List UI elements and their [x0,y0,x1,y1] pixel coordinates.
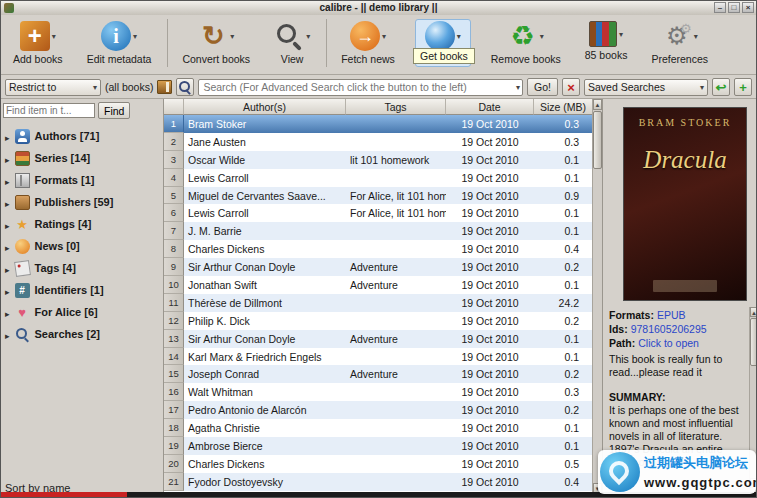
cell-tags [346,222,446,240]
column-header[interactable]: Size (MB) [534,99,593,115]
column-header[interactable]: Author(s) [184,99,346,115]
saved-searches-dropdown[interactable]: Saved Searches [584,79,708,96]
table-row[interactable]: 15 Joseph Conrad Adventure 19 Oct 2010 0… [164,365,593,383]
expand-arrow-icon[interactable] [5,237,10,255]
toolbar-button[interactable]: Remove books [487,19,565,67]
table-row[interactable]: 11 Thérèse de Dillmont 19 Oct 2010 24.2 [164,294,593,312]
toolbar-button[interactable]: 85 books [581,19,632,63]
sidebar-category[interactable]: For Alice [6] [1,301,161,323]
go-button[interactable]: Go! [527,78,558,96]
minimize-button[interactable]: – [714,2,726,13]
path-link[interactable]: Click to open [638,337,699,350]
sidebar-category[interactable]: Searches [2] [1,323,161,345]
table-row[interactable]: 5 Miguel de Cervantes Saave... For Alice… [164,187,593,205]
sidebar-category[interactable]: Ratings [4] [1,213,161,235]
expand-arrow-icon[interactable] [5,215,10,233]
chevron-down-icon[interactable] [540,32,544,41]
row-number: 21 [164,473,184,491]
category-icon [15,129,30,144]
scroll-up-icon[interactable]: ▲ [750,307,757,317]
table-row[interactable]: 19 Ambrose Bierce 19 Oct 2010 0.1 [164,437,593,455]
cell-tags [346,312,446,330]
cell-size: 0.1 [534,222,593,240]
table-row[interactable]: 21 Fyodor Dostoyevsky 19 Oct 2010 0.4 [164,473,593,491]
table-row[interactable]: 12 Philip K. Dick 19 Oct 2010 0.2 [164,312,593,330]
cover-title-text: Dracula [643,146,726,174]
save-search-button[interactable]: + [734,78,752,96]
sidebar-category[interactable]: Publishers [59] [1,191,161,213]
copy-search-button[interactable]: ↩ [712,78,730,96]
sidebar-category[interactable]: Tags [4] [1,257,161,279]
table-row[interactable]: 14 Karl Marx & Friedrich Engels 19 Oct 2… [164,348,593,366]
chevron-down-icon[interactable] [52,32,56,41]
find-button[interactable]: Find [98,102,130,119]
cell-size: 0.5 [534,455,593,473]
scrollbar-thumb[interactable] [593,111,602,169]
chevron-down-icon[interactable] [516,83,520,92]
toolbar-button[interactable]: Convert books [167,19,254,67]
cell-author: Lewis Carroll [184,169,346,187]
expand-arrow-icon[interactable] [5,325,10,343]
table-row[interactable]: 6 Lewis Carroll For Alice, lit 101 home.… [164,204,593,222]
toolbar-button[interactable]: Add books [9,19,67,67]
chevron-down-icon[interactable] [619,30,623,39]
chevron-down-icon[interactable] [133,32,137,41]
expand-arrow-icon[interactable] [5,303,10,321]
table-row[interactable]: 9 Sir Arthur Conan Doyle Adventure 19 Oc… [164,258,593,276]
table-row[interactable]: 20 Charles Dickens 19 Oct 2010 0.5 [164,455,593,473]
expand-arrow-icon[interactable] [5,193,10,211]
table-row[interactable]: 1 Bram Stoker 19 Oct 2010 0.3 [164,115,593,133]
close-button[interactable]: × [742,2,754,13]
table-row[interactable]: 10 Jonathan Swift Adventure 19 Oct 2010 … [164,276,593,294]
cell-size: 0.2 [534,365,593,383]
table-row[interactable]: 18 Agatha Christie 19 Oct 2010 0.1 [164,419,593,437]
find-item-input[interactable] [3,103,95,118]
table-row[interactable]: 17 Pedro Antonio de Alarcón 19 Oct 2010 … [164,401,593,419]
toolbar-button[interactable]: Edit metadata [83,19,156,67]
toolbar-button[interactable]: Preferences [647,19,712,67]
expand-arrow-icon[interactable] [5,127,10,145]
expand-arrow-icon[interactable] [5,149,10,167]
book-cover[interactable]: BRAM STOKER Dracula [623,107,747,301]
expand-arrow-icon[interactable] [5,259,10,277]
maximize-button[interactable]: □ [728,2,740,13]
restrict-to-dropdown[interactable]: Restrict to [5,79,101,96]
table-row[interactable]: 3 Oscar Wilde lit 101 homework 19 Oct 20… [164,151,593,169]
search-input[interactable] [201,80,516,94]
sidebar-category[interactable]: Formats [1] [1,169,161,191]
expand-arrow-icon[interactable] [5,171,10,189]
chevron-down-icon[interactable] [457,32,461,41]
table-row[interactable]: 8 Charles Dickens 19 Oct 2010 0.4 [164,240,593,258]
cell-tags [346,169,446,187]
sidebar-category[interactable]: Series [14] [1,147,161,169]
chevron-down-icon[interactable] [306,32,310,41]
table-scrollbar[interactable]: ▲ ▼ [592,99,602,494]
table-row[interactable]: 16 Walt Whitman 19 Oct 2010 0.3 [164,383,593,401]
column-header[interactable]: Tags [346,99,446,115]
format-link[interactable]: EPUB [657,309,686,322]
table-row[interactable]: 13 Sir Arthur Conan Doyle Adventure 19 O… [164,330,593,348]
scrollbar-thumb[interactable] [750,318,757,366]
chevron-down-icon[interactable] [230,32,234,41]
clear-search-button[interactable]: × [562,78,580,96]
sidebar-category[interactable]: Identifiers [1] [1,279,161,301]
chevron-down-icon[interactable] [382,32,386,41]
category-icon [15,327,30,342]
chevron-down-icon[interactable] [694,32,698,41]
toolbar-button[interactable]: View [270,19,314,67]
advanced-search-button[interactable] [176,78,194,96]
scroll-up-icon[interactable]: ▲ [593,99,602,110]
cell-date: 19 Oct 2010 [446,383,534,401]
toolbar-button[interactable]: Fetch news [326,19,399,67]
cell-date: 19 Oct 2010 [446,258,534,276]
expand-arrow-icon[interactable] [5,281,10,299]
cell-tags: lit 101 homework [346,151,446,169]
column-header[interactable]: Date [446,99,534,115]
table-row[interactable]: 7 J. M. Barrie 19 Oct 2010 0.1 [164,222,593,240]
sidebar-category[interactable]: News [0] [1,235,161,257]
sidebar-category[interactable]: Authors [71] [1,125,161,147]
isbn-link[interactable]: 9781605206295 [631,323,707,336]
table-row[interactable]: 2 Jane Austen 19 Oct 2010 0.3 [164,133,593,151]
table-row[interactable]: 4 Lewis Carroll 19 Oct 2010 0.1 [164,169,593,187]
summary-label: SUMMARY: [609,391,749,404]
